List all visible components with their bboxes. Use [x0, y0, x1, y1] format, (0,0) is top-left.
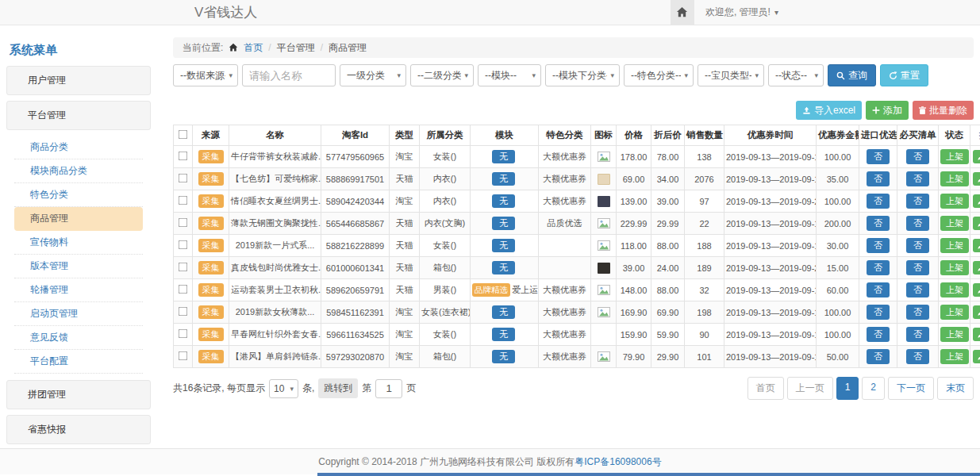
must-buy-toggle[interactable]: 否	[906, 305, 929, 320]
status-badge[interactable]: 上架	[940, 327, 969, 342]
page-button[interactable]: 2	[862, 377, 885, 400]
sidebar-sub-item[interactable]: 版本管理	[14, 255, 143, 278]
row-checkbox[interactable]	[179, 307, 188, 317]
must-buy-toggle[interactable]: 否	[906, 282, 929, 298]
breadcrumb-home-link[interactable]: 首页	[244, 41, 263, 55]
breadcrumb-item: 商品管理	[329, 41, 367, 55]
status-badge[interactable]: 上架	[940, 216, 969, 231]
imported-toggle[interactable]: 否	[867, 216, 890, 231]
row-checkbox[interactable]	[179, 196, 188, 205]
row-checkbox[interactable]	[179, 218, 188, 228]
imported-toggle[interactable]: 否	[867, 238, 890, 253]
sidebar-sub-item[interactable]: 商品管理	[14, 207, 143, 231]
table-row: 采集 运动套装男士卫衣初秋... 589620659791 天猫 男装() 品牌…	[174, 279, 980, 301]
imported-toggle[interactable]: 否	[867, 305, 890, 320]
item-type-select[interactable]: --宝贝类型--▾	[698, 64, 764, 86]
sidebar-sub-item[interactable]: 启动页管理	[14, 302, 143, 326]
edit-button[interactable]	[973, 283, 980, 297]
sidebar-sub-item[interactable]: 宣传物料	[14, 231, 143, 255]
edit-button[interactable]	[973, 194, 980, 208]
sidebar-sub-item[interactable]: 轮播管理	[14, 278, 143, 302]
imported-toggle[interactable]: 否	[867, 194, 890, 209]
must-buy-toggle[interactable]: 否	[906, 238, 929, 253]
sales-count: 32	[685, 279, 724, 301]
must-buy-toggle[interactable]: 否	[906, 327, 929, 342]
caret-down-icon: ▾	[755, 71, 759, 79]
page-button[interactable]: 下一页	[888, 377, 934, 400]
status-badge[interactable]: 上架	[940, 305, 969, 320]
status-select[interactable]: --状态--▾	[768, 64, 824, 86]
edit-button[interactable]	[973, 172, 980, 186]
coupon-amount: 35.00	[817, 168, 859, 190]
page-button[interactable]: 首页	[747, 377, 784, 400]
edit-button[interactable]	[973, 150, 980, 163]
must-buy-toggle[interactable]: 否	[906, 216, 929, 231]
taoke-id: 565446685867	[321, 213, 390, 235]
icp-link[interactable]: 粤ICP备16098006号	[575, 455, 661, 469]
must-buy-toggle[interactable]: 否	[906, 260, 929, 275]
add-button[interactable]: 添加	[866, 101, 909, 120]
per-page-select[interactable]: 10▾	[269, 379, 298, 398]
page-button[interactable]: 1	[836, 377, 859, 400]
sidebar-sub-item[interactable]: 模块商品分类	[14, 159, 143, 183]
category1-select[interactable]: 一级分类▾	[340, 64, 406, 86]
status-badge[interactable]: 上架	[940, 194, 969, 209]
must-buy-toggle[interactable]: 否	[906, 171, 929, 186]
status-badge[interactable]: 上架	[940, 171, 969, 186]
row-checkbox[interactable]	[179, 285, 188, 294]
row-checkbox[interactable]	[179, 329, 188, 339]
sidebar-group-item[interactable]: 省惠快报	[6, 415, 151, 444]
page-number-input[interactable]	[375, 379, 402, 398]
status-badge[interactable]: 上架	[940, 349, 969, 364]
status-badge[interactable]: 上架	[940, 260, 969, 275]
imported-toggle[interactable]: 否	[867, 327, 890, 342]
sidebar-group-item[interactable]: 平台管理	[6, 101, 151, 130]
must-buy-toggle[interactable]: 否	[906, 349, 929, 364]
jump-button[interactable]: 跳转到	[318, 378, 358, 398]
data-source-select[interactable]: --数据来源--▾	[173, 64, 238, 86]
sidebar-sub-item[interactable]: 特色分类	[14, 183, 143, 207]
row-checkbox[interactable]	[179, 240, 188, 250]
search-button[interactable]: 查询	[828, 64, 876, 86]
edit-button[interactable]	[973, 261, 980, 274]
batch-delete-button[interactable]: 批量删除	[913, 101, 974, 120]
page-button[interactable]: 上一页	[787, 377, 833, 400]
name-search-input[interactable]	[242, 64, 336, 86]
imported-toggle[interactable]: 否	[867, 171, 890, 186]
price: 69.00	[617, 168, 651, 190]
module-sub-select[interactable]: --模块下分类--▾	[545, 64, 620, 86]
row-checkbox[interactable]	[179, 174, 188, 183]
edit-button[interactable]	[973, 350, 980, 363]
select-all-checkbox[interactable]	[179, 130, 188, 140]
module-select[interactable]: --模块--▾	[478, 64, 541, 86]
status-badge[interactable]: 上架	[940, 238, 969, 253]
edit-button[interactable]	[973, 328, 980, 341]
must-buy-toggle[interactable]: 否	[906, 149, 929, 164]
status-badge[interactable]: 上架	[940, 282, 969, 298]
row-checkbox[interactable]	[179, 152, 188, 161]
edit-button[interactable]	[973, 239, 980, 252]
sidebar-group-item[interactable]: 用户管理	[6, 66, 151, 95]
must-buy-toggle[interactable]: 否	[906, 194, 929, 209]
import-excel-button[interactable]: 导入excel	[796, 101, 862, 120]
imported-toggle[interactable]: 否	[867, 349, 890, 364]
table-toolbar: 导入excel 添加 批量删除	[173, 101, 974, 120]
row-checkbox[interactable]	[179, 263, 188, 272]
row-checkbox[interactable]	[179, 351, 188, 361]
home-button[interactable]	[671, 0, 694, 25]
sidebar-group-item[interactable]: 拼团管理	[6, 380, 151, 409]
edit-button[interactable]	[973, 305, 980, 319]
sidebar-sub-item[interactable]: 平台配置	[14, 350, 143, 374]
page-button[interactable]: 末页	[937, 377, 974, 400]
category2-select[interactable]: --二级分类--▾	[410, 64, 474, 86]
user-menu[interactable]: 欢迎您, 管理员! ▾	[694, 0, 790, 25]
feature-select[interactable]: --特色分类--▾	[624, 64, 694, 86]
status-badge[interactable]: 上架	[940, 149, 969, 164]
edit-button[interactable]	[973, 217, 980, 230]
sidebar-sub-item[interactable]: 商品分类	[14, 136, 143, 159]
imported-toggle[interactable]: 否	[867, 149, 890, 164]
imported-toggle[interactable]: 否	[867, 282, 890, 298]
imported-toggle[interactable]: 否	[867, 260, 890, 275]
reset-button[interactable]: 重置	[880, 64, 928, 86]
sidebar-sub-item[interactable]: 意见反馈	[14, 326, 143, 350]
